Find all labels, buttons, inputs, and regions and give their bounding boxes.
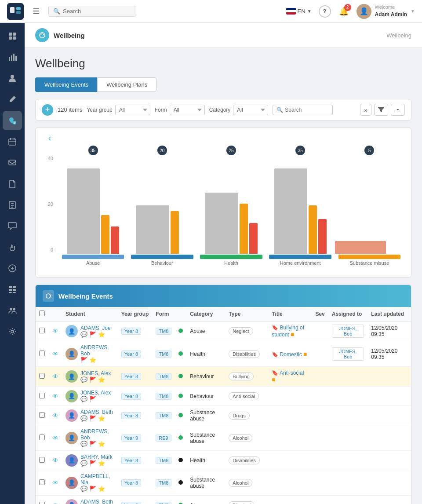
eye-icon[interactable]: 👁 [52, 502, 58, 504]
flag-icon[interactable]: 🚩 [89, 441, 96, 447]
sidebar-item-wellbeing[interactable] [3, 111, 22, 130]
title-link[interactable]: 🔖 Domestic [272, 351, 303, 358]
year-group-select[interactable]: All [115, 105, 150, 115]
student-name[interactable]: ANDREWS, Bob [80, 428, 114, 441]
assigned-button[interactable]: JONES, Bob [332, 347, 364, 361]
tab-wellbeing-plans[interactable]: Wellbeing Plans [97, 77, 156, 92]
flag-icon[interactable]: 🚩 [89, 415, 96, 422]
user-menu[interactable]: 👤 Welcome Adam Admin ▼ [357, 4, 415, 19]
flag-icon[interactable]: 🚩 [89, 396, 96, 402]
star-icon[interactable]: ⭐ [98, 415, 105, 422]
add-event-button[interactable]: + [42, 104, 53, 116]
title-link[interactable]: 🔖 Anti-social [272, 370, 304, 376]
eye-icon[interactable]: 👁 [52, 393, 58, 400]
row-checkbox[interactable] [39, 435, 45, 440]
row-checkbox[interactable] [39, 479, 45, 485]
sidebar-item-dashboard[interactable] [3, 26, 22, 46]
row-checkbox[interactable] [39, 328, 45, 333]
message-icon[interactable]: 💬 [80, 441, 87, 447]
col-sev: Sev [312, 307, 328, 321]
row-assigned-cell [328, 367, 368, 387]
tab-wellbeing-events[interactable]: Wellbeing Events [35, 77, 97, 92]
select-all-checkbox[interactable] [39, 310, 45, 316]
row-type-cell: Neglect [225, 321, 268, 341]
sidebar-item-grid[interactable] [3, 280, 22, 299]
flag-icon[interactable]: 🚩 [89, 331, 96, 338]
eye-icon[interactable]: 👁 [52, 412, 58, 419]
eye-icon[interactable]: 👁 [52, 373, 58, 380]
flag-icon[interactable]: 🚩 [89, 376, 96, 383]
search-icon: 🔍 [53, 8, 60, 15]
year-badge: Year 8 [121, 502, 141, 504]
hamburger-button[interactable]: ☰ [29, 5, 43, 18]
language-selector[interactable]: EN ▼ [286, 8, 312, 15]
sidebar-item-messages[interactable] [3, 153, 22, 172]
flag-icon[interactable]: 🚩 [80, 357, 87, 363]
student-name[interactable]: BARRY, Mark [80, 454, 113, 460]
row-checkbox[interactable] [39, 412, 45, 418]
sidebar-item-people[interactable] [3, 69, 22, 88]
message-icon[interactable]: 💬 [80, 331, 87, 338]
flag-icon[interactable]: 🚩 [89, 460, 96, 467]
flag-icon[interactable]: 🚩 [89, 486, 96, 492]
eye-icon[interactable]: 👁 [52, 351, 58, 358]
sidebar-item-pen[interactable] [3, 90, 22, 109]
sidebar-item-users[interactable] [3, 301, 22, 320]
student-name[interactable]: JONES, Alex [80, 370, 111, 376]
category-select[interactable]: All [233, 105, 268, 115]
table-search-input[interactable] [285, 107, 329, 113]
sidebar-item-chat[interactable] [3, 216, 22, 236]
assigned-button[interactable]: JONES, Bob [332, 325, 364, 338]
eye-icon[interactable]: 👁 [52, 328, 58, 335]
message-icon[interactable]: 💬 [80, 396, 87, 402]
row-checkbox[interactable] [39, 393, 45, 398]
global-search-box[interactable]: 🔍 [48, 6, 136, 17]
sidebar-item-medical[interactable] [3, 259, 22, 278]
sidebar-item-documents[interactable] [3, 174, 22, 194]
notifications-button[interactable]: 🔔 2 [338, 6, 349, 17]
row-checkbox[interactable] [39, 457, 45, 463]
row-checkbox[interactable] [39, 373, 45, 379]
student-name[interactable]: ANDREWS, Bob [80, 344, 114, 357]
star-icon[interactable]: ⭐ [98, 331, 105, 338]
message-icon[interactable]: 💬 [80, 486, 87, 492]
star-icon[interactable]: ⭐ [98, 441, 105, 447]
student-name[interactable]: ADAMS, Beth [80, 499, 113, 504]
star-icon[interactable]: ⭐ [98, 376, 105, 383]
message-icon[interactable]: 💬 [80, 376, 87, 383]
table-search[interactable]: 🔍 [273, 105, 333, 115]
star-icon[interactable]: ⭐ [98, 486, 105, 492]
title-link[interactable]: 🔖 Bullying of student [272, 325, 304, 338]
global-search-input[interactable] [63, 8, 131, 15]
chart-collapse-button[interactable] [43, 135, 51, 143]
row-year-cell: Year 8 [118, 367, 153, 387]
row-checkbox[interactable] [39, 502, 45, 504]
row-type-cell: Disabilities [225, 341, 268, 367]
row-checkbox[interactable] [39, 351, 45, 356]
filter-button[interactable] [374, 104, 388, 116]
sidebar-item-analytics[interactable] [3, 47, 22, 67]
eye-icon[interactable]: 👁 [52, 457, 58, 464]
help-button[interactable]: ? [319, 5, 331, 18]
table-title-bold: Events [91, 292, 113, 300]
download-button[interactable] [391, 104, 405, 116]
eye-icon[interactable]: 👁 [52, 435, 58, 442]
student-name[interactable]: JONES, Alex [80, 390, 111, 396]
sidebar-item-calendar[interactable] [3, 132, 22, 151]
message-icon[interactable]: 💬 [80, 415, 87, 422]
row-checkbox-cell [36, 367, 49, 387]
sidebar-item-hand[interactable] [3, 237, 22, 257]
student-name[interactable]: ADAMS, Joe [80, 325, 111, 331]
eye-icon[interactable]: 👁 [52, 479, 58, 486]
star-icon[interactable]: ⭐ [89, 357, 96, 363]
row-category-cell: Abuse [186, 321, 225, 341]
table-row: 👁 👤 ADAMS, Beth 💬 🚩 ⭐ Year 8 TM8 Abuse P… [36, 496, 411, 504]
sidebar-item-settings[interactable] [3, 322, 22, 341]
star-icon[interactable]: ⭐ [98, 460, 105, 467]
student-name[interactable]: CAMPBELL, Nia [80, 473, 114, 486]
message-icon[interactable]: 💬 [80, 460, 87, 467]
student-name[interactable]: ADAMS, Beth [80, 409, 113, 415]
form-select[interactable]: All [170, 105, 205, 115]
sidebar-item-reports[interactable] [3, 195, 22, 215]
more-filters-button[interactable]: » [360, 104, 371, 116]
